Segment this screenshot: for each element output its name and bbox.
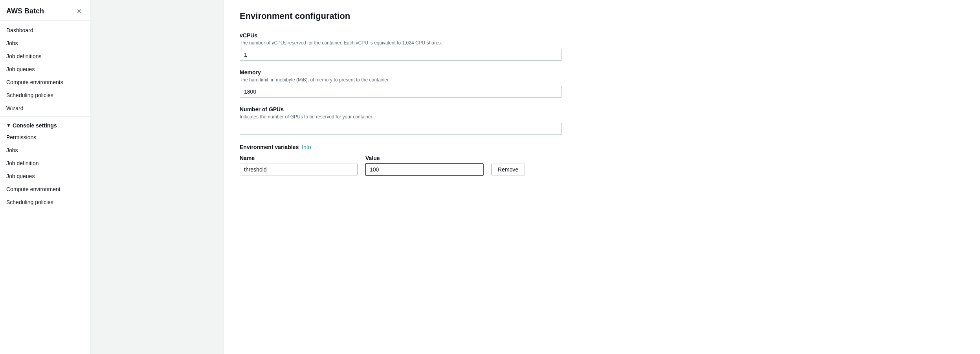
sidebar-item-cs-jobs[interactable]: Jobs (0, 144, 90, 157)
vcpus-input[interactable] (240, 49, 562, 61)
gpus-label: Number of GPUs (240, 106, 964, 112)
env-value-input[interactable] (365, 164, 483, 175)
memory-description: The hard limit, in mebibyte (MiB), of me… (240, 77, 964, 83)
env-name-input[interactable] (240, 164, 358, 175)
sidebar-item-dashboard[interactable]: Dashboard (0, 24, 90, 37)
memory-label: Memory (240, 69, 964, 76)
gpus-description: Indicates the number of GPUs to be reser… (240, 114, 964, 120)
env-value-col-label: Value (365, 155, 483, 161)
env-vars-section: Environment variables Info Name Value Re… (240, 144, 964, 175)
vcpus-description: The number of vCPUs reserved for the con… (240, 40, 964, 46)
sidebar-nav: Dashboard Jobs Job definitions Job queue… (0, 21, 90, 212)
left-panel (90, 0, 224, 354)
env-value-col: Value (365, 155, 483, 175)
sidebar-item-cs-scheduling-policies[interactable]: Scheduling policies (0, 196, 90, 209)
sidebar-item-job-queues[interactable]: Job queues (0, 63, 90, 76)
sidebar-title: AWS Batch (6, 7, 44, 15)
env-vars-header: Environment variables Info (240, 144, 964, 150)
sidebar-item-cs-job-definition[interactable]: Job definition (0, 157, 90, 170)
console-settings-label: Console settings (13, 122, 57, 129)
memory-input[interactable] (240, 86, 562, 98)
env-name-col-label: Name (240, 155, 358, 161)
env-name-col: Name (240, 155, 358, 175)
remove-button[interactable]: Remove (491, 164, 525, 175)
main-content: Environment configuration vCPUs The numb… (90, 0, 980, 354)
vcpus-group: vCPUs The number of vCPUs reserved for t… (240, 32, 964, 61)
sidebar-header: AWS Batch ✕ (0, 0, 90, 21)
section-title: Environment configuration (240, 11, 964, 21)
sidebar-item-scheduling-policies[interactable]: Scheduling policies (0, 89, 90, 102)
sidebar-item-cs-job-queues[interactable]: Job queues (0, 170, 90, 183)
env-vars-row: Name Value Remove (240, 155, 964, 175)
console-settings-header[interactable]: ▼ Console settings (0, 118, 90, 131)
close-icon[interactable]: ✕ (74, 6, 84, 16)
sidebar-item-job-definitions[interactable]: Job definitions (0, 50, 90, 63)
gpus-input[interactable] (240, 123, 562, 135)
memory-group: Memory The hard limit, in mebibyte (MiB)… (240, 69, 964, 98)
sidebar-item-wizard[interactable]: Wizard (0, 102, 90, 115)
env-vars-info-link[interactable]: Info (302, 144, 311, 150)
sidebar-item-permissions[interactable]: Permissions (0, 131, 90, 144)
chevron-down-icon: ▼ (6, 123, 11, 128)
vcpus-label: vCPUs (240, 32, 964, 39)
right-panel: Environment configuration vCPUs The numb… (224, 0, 980, 354)
sidebar: AWS Batch ✕ Dashboard Jobs Job definitio… (0, 0, 90, 354)
sidebar-item-jobs[interactable]: Jobs (0, 37, 90, 50)
sidebar-divider (0, 116, 90, 117)
env-vars-title: Environment variables (240, 144, 299, 150)
sidebar-item-cs-compute-environment[interactable]: Compute environment (0, 183, 90, 196)
sidebar-item-compute-environments[interactable]: Compute environments (0, 76, 90, 89)
gpus-group: Number of GPUs Indicates the number of G… (240, 106, 964, 135)
